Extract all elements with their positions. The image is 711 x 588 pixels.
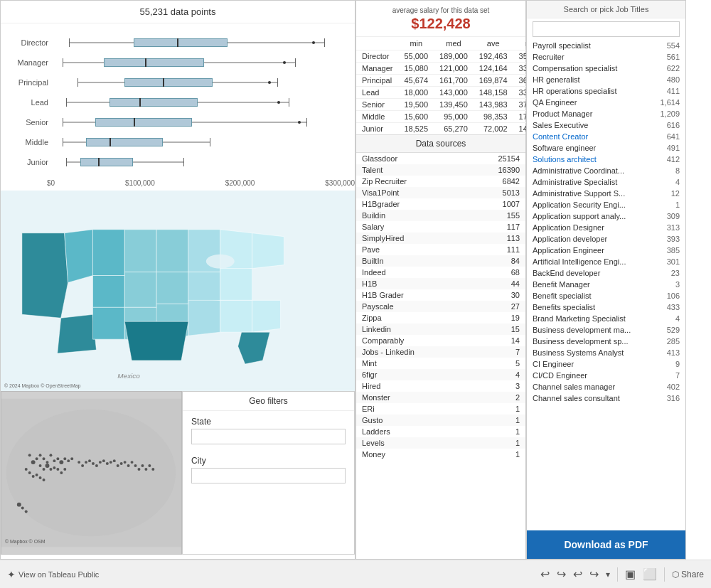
source-name: SimplyHired (356, 232, 468, 244)
job-list-item[interactable]: Application Security Engi... 1 (527, 199, 685, 210)
sources-table: Glassdoor 25154 Talent 16390 Zip Recruit… (356, 153, 525, 559)
job-title-count: 12 (671, 189, 680, 198)
top-area: 55,231 data points Director (0, 0, 711, 560)
stats-row-min: 45,674 (398, 75, 434, 87)
svg-text:Mexico: Mexico (117, 372, 140, 380)
svg-marker-18 (188, 300, 220, 336)
source-row: Monster 2 (356, 392, 525, 403)
stats-row-med: 65,270 (434, 123, 474, 135)
job-list-item[interactable]: Solutions architect 412 (527, 154, 685, 165)
job-list-item[interactable]: BackEnd developer 23 (527, 267, 685, 279)
undo-button[interactable]: ↩ (540, 567, 550, 581)
city-input[interactable] (191, 468, 346, 483)
job-list-item[interactable]: Benefits specialist 433 (527, 301, 685, 313)
svg-point-49 (25, 468, 28, 471)
job-list-item[interactable]: Application Engineer 385 (527, 245, 685, 256)
job-list-item[interactable]: HR generalist 480 (527, 74, 685, 85)
job-list-item[interactable]: Benefit specialist 106 (527, 290, 685, 301)
redo2-button[interactable]: ↪ (589, 567, 599, 581)
job-title-name: Administrative Support S... (533, 189, 625, 198)
svg-point-52 (36, 474, 38, 476)
left-panel: 55,231 data points Director (0, 0, 356, 560)
source-name: H1B Grader (356, 289, 468, 301)
job-title-count: 622 (667, 64, 680, 73)
source-count: 1007 (468, 198, 525, 210)
source-count: 1 (468, 449, 525, 460)
job-list-item[interactable]: Recruiter 561 (527, 51, 685, 63)
source-name: Salary (356, 221, 468, 232)
job-title-count: 7 (675, 371, 680, 380)
source-row: Levels 1 (356, 437, 525, 449)
job-list-item[interactable]: QA Engineer 1,614 (527, 97, 685, 108)
svg-point-23 (206, 255, 235, 269)
job-title-count: 393 (667, 235, 680, 243)
job-list-item[interactable]: Business development ma... 529 (527, 324, 685, 336)
job-list-item[interactable]: Administrative Specialist 4 (527, 176, 685, 188)
job-list-item[interactable]: Sales Executive 616 (527, 119, 685, 131)
share-button[interactable]: ⬡ Share (672, 570, 704, 579)
svg-point-75 (148, 464, 151, 467)
source-name: Buildin (356, 210, 468, 221)
fullscreen-button[interactable]: ⬜ (643, 567, 657, 581)
job-list-item[interactable]: Brand Marketing Specialist 4 (527, 313, 685, 324)
job-list-item[interactable]: Administrative Coordinat... 8 (527, 165, 685, 176)
job-title-name: Application support analy... (533, 212, 626, 220)
source-count: 30 (468, 289, 525, 301)
job-title-count: 313 (667, 223, 680, 232)
job-list-item[interactable]: Administrative Support S... 12 (527, 188, 685, 199)
source-row: Glassdoor 25154 (356, 153, 525, 164)
job-list-item[interactable]: CI Engineer 9 (527, 358, 685, 370)
job-list-item[interactable]: Channel sales manager 402 (527, 381, 685, 392)
job-list-item[interactable]: Application developer 393 (527, 233, 685, 245)
job-title-count: 3 (675, 280, 680, 289)
stats-row-min: 18,525 (398, 123, 434, 135)
tableau-link[interactable]: View on Tableau Public (18, 570, 99, 579)
job-list-item[interactable]: Application support analy... 309 (527, 210, 685, 222)
job-title-count: 8 (675, 166, 680, 175)
geo-filters-panel: Geo filters State City (182, 391, 355, 555)
stats-row-label: Principal (356, 75, 398, 87)
stats-col-ave: ave (474, 37, 513, 50)
state-filter-field: State (183, 411, 354, 450)
job-list-item[interactable]: Channel sales consultant 316 (527, 392, 685, 404)
job-list-item[interactable]: CI/CD Engineer 7 (527, 370, 685, 381)
x-label-100k: $100,000 (125, 179, 155, 187)
source-name: Visa1Point (356, 187, 468, 198)
job-list-item[interactable]: Business Systems Analyst 413 (527, 347, 685, 358)
right-panel: Search or pick Job Titles Payroll specia… (526, 0, 686, 560)
svg-marker-19 (220, 300, 252, 332)
boxplot-row-junior: Junior (8, 154, 348, 170)
redo-button[interactable]: ↪ (557, 567, 566, 581)
svg-marker-22 (124, 321, 188, 360)
job-title-name: Recruiter (533, 53, 565, 61)
screen-button[interactable]: ▣ (625, 567, 636, 581)
stats-row-label: Lead (356, 87, 398, 99)
job-list-item[interactable]: Payroll specialist 554 (527, 40, 685, 51)
svg-point-33 (46, 461, 49, 464)
job-title-name: Administrative Coordinat... (533, 166, 624, 175)
source-row: Indeed 68 (356, 267, 525, 278)
boxplot-row-principal: Principal (8, 75, 348, 90)
svg-point-40 (70, 457, 73, 460)
job-list-item[interactable]: Benefit Manager 3 (527, 279, 685, 290)
source-row: ERi 1 (356, 403, 525, 415)
job-title-name: Application Security Engi... (533, 201, 626, 209)
job-list-item[interactable]: Content Creator 641 (527, 131, 685, 142)
source-count: 7 (468, 346, 525, 358)
us-map: Mexico © 2024 Mapbox © OpenStreetMap (1, 191, 355, 391)
source-row: Salary 117 (356, 221, 525, 232)
download-pdf-button[interactable]: Download as PDF (527, 530, 685, 559)
state-input[interactable] (191, 429, 346, 444)
job-title-count: 616 (667, 121, 680, 129)
job-list-item[interactable]: Software engineer 491 (527, 142, 685, 154)
job-list-item[interactable]: Business development sp... 285 (527, 336, 685, 347)
undo2-button[interactable]: ↩ (573, 567, 582, 581)
boxplot-row-manager: Manager (8, 55, 348, 70)
job-list-item[interactable]: Artificial Intelligence Engi... 301 (527, 256, 685, 267)
job-list-item[interactable]: Compensation specialist 622 (527, 63, 685, 74)
job-title-search-input[interactable] (533, 21, 680, 37)
job-list-item[interactable]: Product Manager 1,209 (527, 108, 685, 119)
svg-point-31 (39, 454, 42, 456)
job-list-item[interactable]: HR operations specialist 411 (527, 85, 685, 97)
job-list-item[interactable]: Application Designer 313 (527, 222, 685, 233)
